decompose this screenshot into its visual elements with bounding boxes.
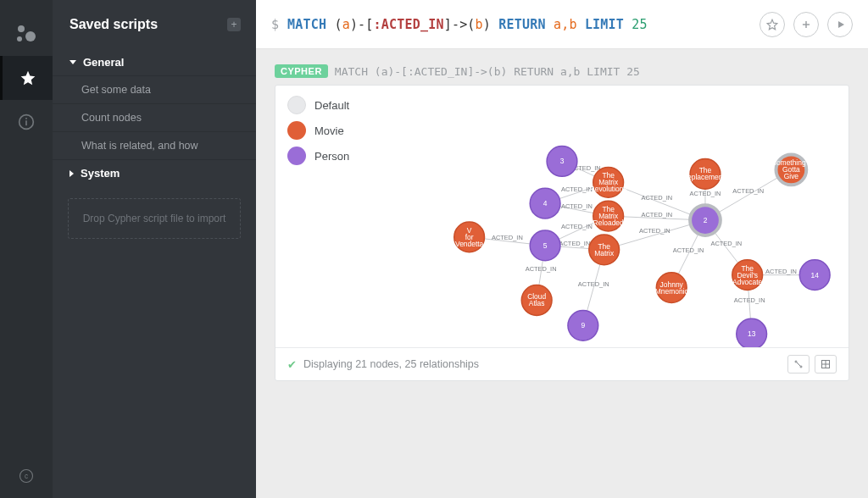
edge-label: ACTED_IN <box>673 246 704 254</box>
run-button[interactable] <box>827 12 853 37</box>
edge-label: ACTED_IN <box>526 265 557 273</box>
node-label: 14 <box>811 271 820 279</box>
query-code[interactable]: MATCH (a)-[:ACTED_IN]->(b) RETURN a,b LI… <box>287 17 760 32</box>
edge-label: ACTED_IN <box>641 194 672 202</box>
graph-node-movie[interactable]: TheMatrixReloaded <box>593 201 624 231</box>
node-label: 9 <box>581 321 585 329</box>
caret-right-icon <box>70 170 74 177</box>
graph-node-person[interactable]: 3 <box>547 147 577 177</box>
node-label: Reloaded <box>593 219 624 227</box>
graph-node-person[interactable]: 14 <box>799 260 830 290</box>
prompt-sign: $ <box>271 17 279 32</box>
graph-view-button[interactable] <box>787 355 810 374</box>
edge-label: ACTED_IN <box>561 223 593 230</box>
caret-down-icon <box>70 60 76 64</box>
edge-label: ACTED_IN <box>641 211 672 219</box>
node-label: 13 <box>748 329 756 338</box>
logo-icon[interactable] <box>0 12 53 56</box>
node-label: Replacements <box>682 173 728 181</box>
svg-point-23 <box>795 361 797 362</box>
graph-canvas[interactable]: ACTED_INACTED_INACTED_INACTED_INACTED_IN… <box>275 86 849 347</box>
script-item[interactable]: Count nodes <box>53 103 256 131</box>
check-icon: ✔ <box>287 358 297 371</box>
svg-text:c: c <box>25 473 28 480</box>
copyright-icon[interactable]: c <box>0 454 53 498</box>
graph-node-movie[interactable]: TheReplacements <box>682 158 728 189</box>
edge-label: ACTED_IN <box>492 234 523 241</box>
graph-node-movie[interactable]: CloudAtlas <box>521 285 552 316</box>
node-label: Revolutions <box>590 185 627 193</box>
edge-label: ACTED_IN <box>561 202 593 210</box>
table-view-button[interactable] <box>815 355 837 374</box>
node-label: Give <box>784 172 799 180</box>
edge-label: ACTED_IN <box>639 227 670 235</box>
graph-node-movie[interactable]: JohnnyMnemonic <box>655 273 688 303</box>
graph-node-person[interactable]: 2 <box>690 205 721 235</box>
info-tab[interactable] <box>0 100 53 144</box>
legend-person[interactable]: Person <box>287 147 349 165</box>
query-echo: MATCH (a)-[:ACTED_IN]->(b) RETURN a,b LI… <box>335 65 640 78</box>
node-label: Vendetta <box>455 240 484 248</box>
svg-rect-2 <box>25 118 27 119</box>
result-panel: Default Movie Person ACTED_INACTED_INACT… <box>275 85 849 381</box>
graph-node-person[interactable]: 4 <box>530 188 560 219</box>
edge-label: ACTED_IN <box>690 190 721 197</box>
node-label: 4 <box>543 199 548 208</box>
main: $ MATCH (a)-[:ACTED_IN]->(b) RETURN a,b … <box>256 0 868 498</box>
add-script-button[interactable]: + <box>227 18 241 31</box>
svg-rect-1 <box>25 120 27 125</box>
edge-label: ACTED_IN <box>578 280 609 288</box>
edge-label: ACTED_IN <box>734 296 765 304</box>
graph-node-person[interactable]: 13 <box>737 318 767 347</box>
add-button[interactable] <box>793 12 819 37</box>
edge-label: ACTED_IN <box>765 268 797 275</box>
folder-label: General <box>83 56 124 69</box>
node-label: Atlas <box>529 299 545 307</box>
folder-general[interactable]: General <box>53 49 256 75</box>
folder-system[interactable]: System <box>53 160 256 186</box>
node-label: Advocate <box>732 278 762 286</box>
graph-node-movie[interactable]: Something'sGottaGive <box>771 155 810 185</box>
cypher-badge: CYPHER <box>275 64 328 78</box>
node-label: 5 <box>543 241 548 250</box>
icon-rail: c <box>0 0 53 498</box>
graph-node-movie[interactable]: TheMatrix <box>589 235 620 265</box>
svg-point-24 <box>800 366 802 368</box>
graph-node-person[interactable]: 9 <box>568 310 598 340</box>
edge-label: ACTED_IN <box>561 185 593 193</box>
sidebar: Saved scripts + GeneralGet some dataCoun… <box>53 0 256 498</box>
edge-label: ACTED_IN <box>559 240 591 247</box>
favorites-tab[interactable] <box>0 56 53 100</box>
graph-node-person[interactable]: 5 <box>530 230 560 261</box>
node-label: Mnemonic <box>655 287 688 296</box>
edge-label: ACTED_IN <box>710 240 742 247</box>
legend-movie[interactable]: Movie <box>287 121 349 140</box>
status-text: Displaying 21 nodes, 25 relationships <box>303 358 479 370</box>
drop-zone[interactable]: Drop Cypher script file to import <box>68 198 241 239</box>
graph-node-movie[interactable]: TheDevil'sAdvocate <box>732 260 763 290</box>
script-item[interactable]: What is related, and how <box>53 131 256 160</box>
sidebar-title: Saved scripts <box>70 17 227 32</box>
legend: Default Movie Person <box>287 96 349 165</box>
result-header: CYPHER MATCH (a)-[:ACTED_IN]->(b) RETURN… <box>275 64 849 78</box>
node-label: 3 <box>560 157 565 165</box>
edge-label: ACTED_IN <box>732 187 764 195</box>
folder-label: System <box>81 167 120 180</box>
query-editor[interactable]: $ MATCH (a)-[:ACTED_IN]->(b) RETURN a,b … <box>256 0 868 49</box>
script-item[interactable]: Get some data <box>53 75 256 103</box>
svg-line-25 <box>797 362 800 366</box>
legend-default[interactable]: Default <box>287 96 349 114</box>
favorite-button[interactable] <box>760 12 785 37</box>
graph-node-movie[interactable]: VforVendetta <box>454 222 485 252</box>
node-label: 2 <box>704 216 708 224</box>
node-label: Matrix <box>594 249 615 257</box>
